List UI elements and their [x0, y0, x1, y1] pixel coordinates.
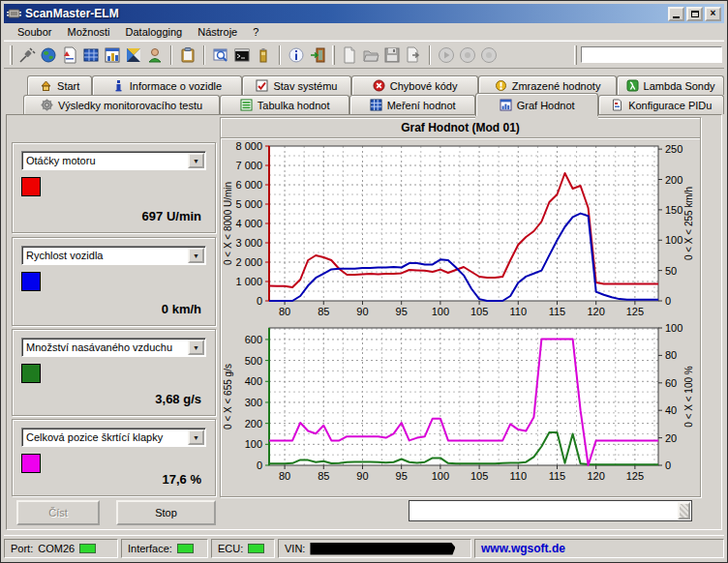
tab-start[interactable]: Start: [27, 75, 92, 95]
airflow-throttle-chart: 0100200300400500600020406080100808590951…: [221, 322, 698, 487]
chart-title: Graf Hodnot (Mod 01): [221, 118, 700, 138]
chevron-down-icon[interactable]: ▼: [188, 430, 204, 445]
save-file-icon[interactable]: [381, 44, 403, 66]
svg-text:80: 80: [279, 306, 290, 317]
tab-zmrazene-hodnoty[interactable]: Zmrazené hodnoty: [478, 75, 617, 95]
pid-select-4-value: Celková pozice škrtící klapky: [22, 431, 188, 443]
read-button[interactable]: Číst: [16, 500, 100, 525]
image-icon[interactable]: [123, 44, 144, 66]
svg-text:3 000: 3 000: [235, 237, 262, 249]
tab-graf-hodnot[interactable]: Graf Hodnot: [475, 93, 599, 116]
graph-icon[interactable]: [102, 44, 123, 66]
new-file-icon[interactable]: [339, 44, 360, 66]
svg-text:110: 110: [510, 306, 528, 317]
vehicle-info-icon[interactable]: [59, 44, 80, 66]
series-color-swatch: [21, 364, 41, 383]
svg-text:2 000: 2 000: [235, 256, 262, 268]
tab-informace-o-vozidle[interactable]: Informace o vozidle: [92, 75, 241, 95]
record-icon[interactable]: [478, 44, 500, 66]
pid-group-1: Otáčky motoru ▼ 697 U/min: [12, 142, 216, 233]
status-bar: Port: COM26 Interface: ECU: VIN: www.wgs…: [4, 535, 724, 559]
checkbox-icon: [256, 79, 268, 92]
search-icon[interactable]: [210, 44, 231, 66]
svg-text:0 < X < 655 g/s: 0 < X < 655 g/s: [223, 364, 233, 430]
svg-text:100: 100: [245, 438, 262, 450]
svg-text:125: 125: [626, 306, 644, 317]
close-icon: ×: [711, 9, 716, 18]
exit-icon[interactable]: [307, 44, 328, 66]
pause-icon[interactable]: [457, 44, 478, 66]
pid-select-1[interactable]: Otáčky motoru ▼: [21, 151, 206, 170]
play-icon[interactable]: [436, 44, 457, 66]
tab-chybove-kody[interactable]: Chybové kódy: [351, 75, 478, 95]
minimize-button[interactable]: [668, 7, 684, 21]
page-icon: [611, 99, 623, 111]
battery-icon[interactable]: [253, 44, 274, 66]
world-icon[interactable]: [38, 44, 59, 66]
toolbar-grip[interactable]: [332, 45, 335, 65]
pid-select-3[interactable]: Množství nasávaného vzduchu ▼: [21, 338, 206, 357]
tab-vysledky-monitorovaciho-testu[interactable]: Výsledky monitorovacího testu: [23, 95, 220, 114]
tab-tabulka-hodnot[interactable]: Tabulka hodnot: [220, 95, 349, 114]
export-icon[interactable]: [403, 44, 424, 66]
series-color-swatch: [21, 454, 41, 473]
svg-text:110: 110: [510, 470, 528, 482]
pid-value-3: 3,68 g/s: [155, 392, 201, 406]
menu-bar: Soubor Možnosti Datalogging Nástroje ?: [4, 23, 724, 41]
pid-select-2[interactable]: Rychlost vozidla ▼: [21, 246, 206, 265]
svg-text:150: 150: [665, 204, 682, 216]
close-button[interactable]: ×: [705, 7, 721, 21]
svg-text:200: 200: [665, 174, 682, 186]
svg-text:95: 95: [396, 470, 408, 482]
tab-konfigurace-pidu[interactable]: Konfigurace PIDu: [598, 95, 724, 114]
tab-stav-systemu[interactable]: Stav systému: [242, 75, 352, 95]
app-icon: [7, 8, 21, 19]
open-file-icon[interactable]: [360, 44, 381, 66]
graph-scrollbar[interactable]: [409, 500, 692, 521]
chevron-down-icon[interactable]: ▼: [188, 248, 204, 263]
toolbar-separator: [170, 45, 172, 65]
clipboard-icon[interactable]: [177, 44, 198, 66]
stop-button[interactable]: Stop: [116, 500, 216, 525]
menu-help[interactable]: ?: [245, 24, 266, 40]
menu-moznosti[interactable]: Možnosti: [59, 24, 117, 40]
pid-value-2: 0 km/h: [162, 302, 201, 316]
svg-text:100: 100: [665, 234, 682, 246]
title-bar: ScanMaster-ELM ×: [4, 4, 724, 23]
pid-group-4: Celková pozice škrtící klapky ▼ 17,6 %: [12, 419, 216, 496]
terminal-icon[interactable]: [231, 44, 253, 66]
menu-datalogging[interactable]: Datalogging: [118, 24, 191, 40]
svg-text:100: 100: [665, 322, 682, 334]
toolbar-input[interactable]: [581, 46, 722, 63]
scrollbar-thumb[interactable]: [678, 502, 690, 519]
lambda-icon: [626, 79, 639, 92]
svg-text:80: 80: [279, 470, 290, 482]
toolbar-grip[interactable]: [10, 45, 13, 65]
svg-text:300: 300: [245, 397, 262, 408]
maximize-button[interactable]: [686, 7, 703, 21]
chevron-down-icon[interactable]: ▼: [188, 340, 204, 355]
svg-text:0: 0: [257, 459, 262, 471]
grid-icon: [370, 99, 382, 111]
status-interface: Interface:: [121, 539, 208, 558]
status-vin: VIN:: [278, 539, 471, 558]
pid-select-2-value: Rychlost vozidla: [22, 250, 188, 261]
website-link[interactable]: www.wgsoft.de: [474, 539, 724, 558]
svg-text:600: 600: [245, 334, 262, 345]
info-icon[interactable]: [286, 44, 307, 66]
menu-nastroje[interactable]: Nástroje: [190, 24, 245, 40]
connect-icon[interactable]: [16, 44, 38, 66]
tab-mereni-hodnot[interactable]: Meření hodnot: [349, 95, 475, 114]
svg-text:0: 0: [665, 459, 671, 471]
tab-lambda-sondy[interactable]: Lambda Sondy: [617, 75, 724, 95]
chevron-down-icon[interactable]: ▼: [188, 153, 204, 168]
svg-text:0 < X < 100 %: 0 < X < 100 %: [683, 366, 694, 427]
chart-icon: [500, 99, 512, 111]
toolbar-grip[interactable]: [574, 45, 577, 65]
driver-icon[interactable]: [144, 44, 166, 66]
table-icon: [240, 99, 253, 111]
pid-select-4[interactable]: Celková pozice škrtící klapky ▼: [21, 428, 206, 447]
svg-text:6 000: 6 000: [235, 179, 262, 191]
table-icon[interactable]: [80, 44, 102, 66]
menu-soubor[interactable]: Soubor: [10, 24, 59, 40]
